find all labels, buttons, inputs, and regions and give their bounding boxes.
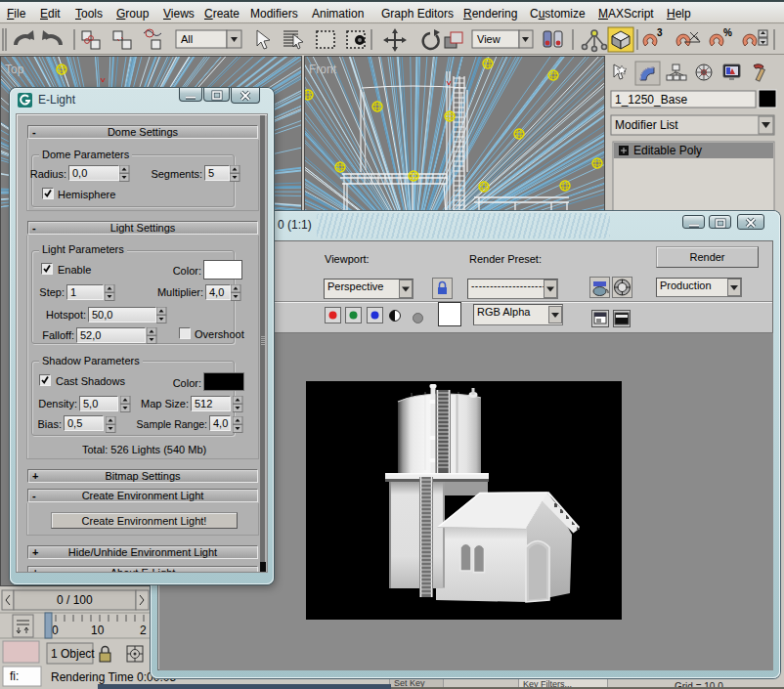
- svg-text:0: 0: [52, 624, 59, 637]
- svg-text:0 / 100: 0 / 100: [57, 593, 93, 607]
- svg-text:3: 3: [657, 27, 663, 38]
- svg-text:fi:: fi:: [10, 669, 19, 683]
- svg-text:View: View: [477, 33, 501, 45]
- svg-text:Modifier List: Modifier List: [615, 118, 678, 132]
- svg-text:1 Object: 1 Object: [51, 647, 95, 661]
- svg-text:%: %: [723, 27, 732, 38]
- svg-text:1_1250_Base: 1_1250_Base: [615, 93, 687, 107]
- svg-text:2: 2: [140, 624, 147, 637]
- svg-text:All: All: [181, 33, 193, 45]
- svg-text:Editable Poly: Editable Poly: [633, 144, 702, 157]
- svg-text:10: 10: [91, 624, 105, 637]
